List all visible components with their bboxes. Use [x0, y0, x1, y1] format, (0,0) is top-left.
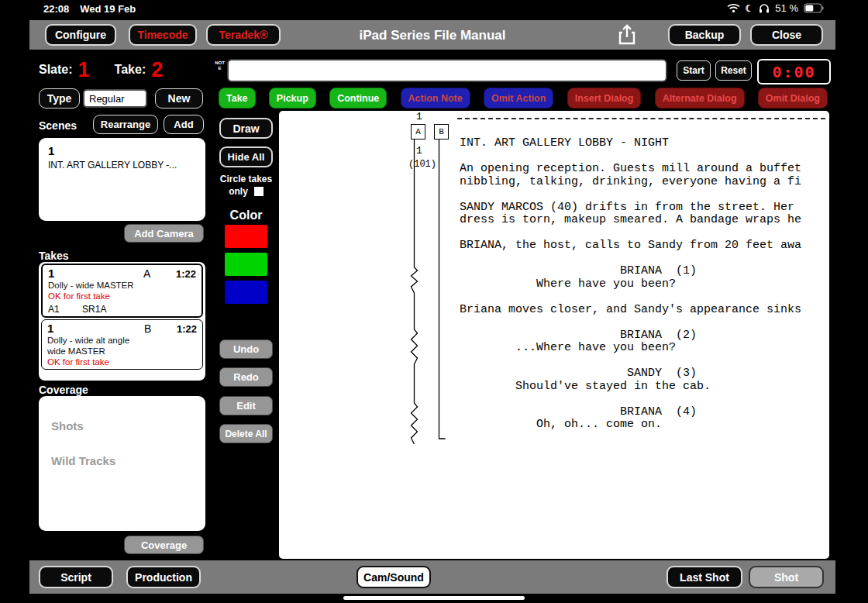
timer-display: 0:00	[757, 59, 831, 84]
take-item-a[interactable]: 1 A 1:22 Dolly - wide MASTER OK for firs…	[41, 264, 203, 318]
scenes-header-row: Scenes Rearrange Add	[39, 115, 204, 135]
status-date: Wed 19 Feb	[80, 3, 136, 15]
color-swatch-blue[interactable]	[225, 281, 267, 304]
last-shot-button[interactable]: Last Shot	[666, 566, 742, 588]
rearrange-label: Rearrange	[101, 119, 150, 130]
rearrange-button[interactable]: Rearrange	[93, 115, 158, 134]
home-indicator[interactable]	[343, 596, 525, 600]
headphones-icon	[759, 3, 770, 13]
note-label: NOTE	[215, 60, 225, 81]
take-item-b[interactable]: 1 B 1:22 Dolly - wide alt angle wide MAS…	[41, 319, 203, 370]
omit-dialog-button[interactable]: Omit Dialog	[758, 88, 828, 109]
type-input[interactable]	[83, 89, 147, 108]
camera-a-line	[412, 139, 418, 444]
insert-dialog-button[interactable]: Insert Dialog	[567, 88, 642, 109]
take-duration: 1:22	[170, 268, 196, 280]
new-button-label: New	[168, 92, 191, 105]
configure-button[interactable]: Configure	[45, 24, 116, 46]
draw-panel: Draw Hide All Circle takes only Color Un…	[214, 111, 278, 559]
share-icon[interactable]	[615, 23, 639, 47]
delete-all-button[interactable]: Delete All	[219, 424, 273, 443]
slate-value: 1	[78, 60, 90, 79]
omit-action-button[interactable]: Omit Action	[484, 88, 553, 109]
bottom-toolbar: Script Production Cam/Sound Last Shot Sh…	[29, 560, 835, 594]
note-input[interactable]	[227, 59, 667, 82]
type-row: Type New	[39, 88, 203, 109]
take-button[interactable]: Take	[219, 88, 256, 109]
takes-header: Takes	[39, 250, 69, 262]
script-tab-button[interactable]: Script	[39, 566, 113, 588]
continue-label: Continue	[337, 93, 379, 104]
shot-button[interactable]: Shot	[749, 566, 824, 588]
left-panel: Slate: 1 Take: 2 Type New Scenes Rearran…	[29, 50, 213, 561]
scene-heading: INT. ART GALLERY LOBBY -...	[48, 160, 196, 171]
edit-label: Edit	[236, 400, 256, 412]
close-button[interactable]: Close	[750, 24, 823, 46]
production-tab-button[interactable]: Production	[126, 566, 201, 588]
take-status: OK for first take	[48, 291, 196, 302]
top-toolbar: Configure Timecode Teradek® iPad Series …	[29, 20, 835, 50]
edit-button[interactable]: Edit	[219, 396, 273, 415]
camera-a-marker[interactable]: A	[411, 124, 425, 140]
omit-action-label: Omit Action	[491, 93, 546, 104]
draw-button[interactable]: Draw	[219, 118, 273, 139]
coverage-wild-tracks-label: Wild Tracks	[51, 454, 193, 467]
camera-b-marker[interactable]: B	[434, 124, 449, 140]
color-swatch-green[interactable]	[225, 253, 267, 276]
only-label: only	[229, 186, 248, 197]
teradek-button[interactable]: Teradek®	[206, 24, 281, 46]
scene-number: 1	[48, 144, 196, 157]
coverage-button[interactable]: Coverage	[124, 536, 204, 554]
color-swatch-red[interactable]	[225, 225, 267, 248]
redo-label: Redo	[233, 371, 259, 383]
scenes-header: Scenes	[39, 119, 77, 132]
take-label: Take:	[115, 63, 146, 77]
take-button-label: Take	[226, 93, 248, 104]
scene-number-marker: 1	[416, 111, 422, 122]
continue-button[interactable]: Continue	[329, 88, 387, 109]
slate-take-row: Slate: 1 Take: 2	[39, 60, 163, 79]
reset-label: Reset	[721, 65, 746, 76]
add-camera-label: Add Camera	[134, 228, 194, 239]
add-scene-label: Add	[174, 119, 193, 130]
take-description-2: wide MASTER	[47, 346, 197, 357]
omit-dialog-label: Omit Dialog	[766, 93, 820, 104]
action-button-row: Take Pickup Continue Action Note Omit Ac…	[219, 88, 828, 109]
circle-takes-checkbox[interactable]	[254, 187, 264, 196]
backup-button[interactable]: Backup	[668, 24, 741, 46]
take-roll: SR1A	[82, 304, 106, 315]
undo-button[interactable]: Undo	[219, 339, 273, 359]
action-note-button[interactable]: Action Note	[401, 88, 470, 109]
pickup-button[interactable]: Pickup	[269, 88, 316, 109]
reset-button[interactable]: Reset	[715, 60, 752, 81]
redo-button[interactable]: Redo	[219, 367, 273, 387]
new-button[interactable]: New	[155, 88, 203, 109]
take-number: 1	[48, 267, 143, 280]
alternate-dialog-button[interactable]: Alternate Dialog	[655, 88, 745, 109]
hide-all-label: Hide All	[228, 151, 265, 163]
script-page: 1 A B 1 (101) INT. ART GALLERY LOBBY - N…	[279, 111, 829, 559]
pickup-label: Pickup	[277, 93, 308, 104]
take-number-marker: 1	[416, 145, 422, 157]
cam-sound-button[interactable]: Cam/Sound	[356, 566, 431, 588]
take-slate-id: A1	[48, 304, 60, 315]
type-button[interactable]: Type	[39, 88, 80, 109]
add-scene-button[interactable]: Add	[164, 115, 204, 134]
status-time: 22:08	[43, 3, 69, 15]
hide-all-button[interactable]: Hide All	[219, 146, 273, 167]
script-text[interactable]: INT. ART GALLERY LOBBY - NIGHT An openin…	[460, 137, 801, 432]
add-camera-button[interactable]: Add Camera	[124, 224, 204, 243]
take-status: OK for first take	[47, 357, 197, 367]
color-header: Color	[214, 208, 278, 222]
timecode-button[interactable]: Timecode	[129, 24, 197, 46]
scene-list-item[interactable]: 1 INT. ART GALLERY LOBBY -...	[39, 138, 205, 177]
coverage-shots-section[interactable]: Shots Wild Tracks	[39, 396, 205, 467]
take-description: Dolly - wide MASTER	[48, 280, 196, 291]
window-title: iPad Series File Manual	[360, 28, 506, 43]
circle-takes-label: Circle takes	[214, 174, 278, 184]
wifi-icon	[727, 3, 740, 13]
take-camera: B	[144, 322, 170, 335]
teradek-label: Teradek®	[219, 29, 268, 41]
type-button-label: Type	[47, 92, 72, 105]
start-button[interactable]: Start	[677, 60, 711, 81]
